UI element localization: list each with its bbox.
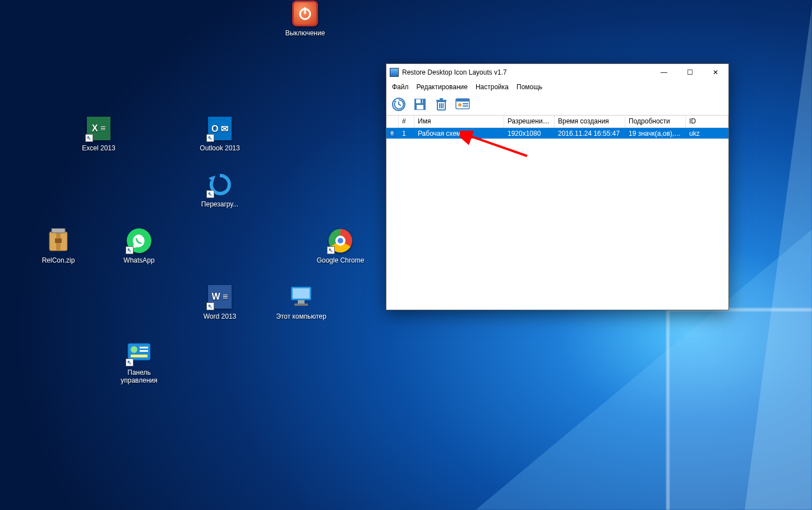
menubar: Файл Редактирование Настройка Помощь <box>386 81 728 93</box>
desktop-icon-label: WhatsApp <box>114 256 164 264</box>
row-created: 2016.11.24 16:55:47 <box>555 128 625 139</box>
menu-help[interactable]: Помощь <box>516 83 542 91</box>
svg-rect-7 <box>293 288 310 298</box>
desktop-icon-excel[interactable]: X ≡ Excel 2013 <box>73 115 124 152</box>
desktop-icon-label: Перезагру... <box>195 200 245 208</box>
svg-rect-9 <box>294 304 308 306</box>
svg-rect-29 <box>463 103 468 104</box>
maximize-button[interactable]: ☐ <box>677 64 703 81</box>
save-icon <box>413 98 427 111</box>
minimize-button[interactable]: — <box>651 64 677 81</box>
about-icon <box>455 98 470 111</box>
svg-rect-27 <box>456 99 469 102</box>
svg-rect-1 <box>304 7 306 14</box>
relcon-icon <box>45 227 72 254</box>
svg-rect-21 <box>436 100 446 102</box>
app-icon <box>390 68 399 77</box>
svg-rect-5 <box>52 228 65 233</box>
desktop-icon-label: Панель управления <box>114 369 164 384</box>
delete-icon <box>435 98 448 111</box>
row-name: Рабочая схема <box>414 128 504 139</box>
column-resolution[interactable]: Разрешение ... <box>504 116 555 127</box>
desktop-icon-label: Word 2013 <box>195 313 245 320</box>
column-created[interactable]: Время создания <box>555 116 625 127</box>
svg-rect-18 <box>421 99 422 103</box>
toolbar-delete[interactable] <box>432 95 450 113</box>
desktop-icon-thispc[interactable]: Этот компьютер <box>276 283 326 320</box>
desktop-icon-label: RelCon.zip <box>33 256 84 264</box>
restart-icon <box>206 171 233 198</box>
toolbar-restore[interactable] <box>390 95 408 113</box>
window-title: Restore Desktop Icon Layouts v1.7 <box>402 68 507 76</box>
toolbar-about[interactable] <box>454 95 472 113</box>
desktop-icon-relcon[interactable]: RelCon.zip <box>33 227 84 264</box>
cpanel-icon <box>126 339 153 366</box>
svg-point-11 <box>131 346 137 353</box>
toolbar-save[interactable] <box>411 95 429 113</box>
list-body[interactable]: 1 Рабочая схема 1920x1080 2016.11.24 16:… <box>386 128 728 310</box>
menu-file[interactable]: Файл <box>392 83 409 91</box>
whatsapp-icon <box>126 227 153 254</box>
desktop-icon-chrome[interactable]: Google Chrome <box>315 227 366 264</box>
svg-rect-4 <box>55 238 62 243</box>
restore-icon <box>391 97 406 112</box>
active-dot-icon <box>390 130 395 137</box>
desktop-icon-word[interactable]: W ≡ Word 2013 <box>195 283 245 320</box>
row-details: 19 значк(а,ов), help <box>625 128 686 139</box>
excel-icon: X ≡ <box>85 115 112 142</box>
table-row[interactable]: 1 Рабочая схема 1920x1080 2016.11.24 16:… <box>386 128 728 139</box>
svg-rect-12 <box>140 347 148 348</box>
desktop-icon-cpanel[interactable]: Панель управления <box>114 339 164 384</box>
list-header: # Имя Разрешение ... Время создания Подр… <box>386 116 728 128</box>
shutdown-icon <box>292 0 319 27</box>
desktop-icon-label: Выключение <box>280 29 330 37</box>
svg-rect-19 <box>417 105 423 109</box>
app-window: Restore Desktop Icon Layouts v1.7 — ☐ ✕ … <box>386 63 729 310</box>
svg-rect-14 <box>131 355 147 357</box>
menu-config[interactable]: Настройка <box>476 83 509 91</box>
desktop-icon-outlook[interactable]: O ✉ Outlook 2013 <box>195 115 245 152</box>
svg-rect-13 <box>140 350 148 352</box>
row-resolution: 1920x1080 <box>504 128 555 139</box>
column-id[interactable]: ID <box>686 116 728 127</box>
row-number: 1 <box>399 128 414 139</box>
toolbar <box>386 93 728 116</box>
svg-rect-22 <box>440 98 443 100</box>
desktop-icon-restart[interactable]: Перезагру... <box>195 171 245 208</box>
chrome-icon <box>327 227 354 254</box>
word-icon: W ≡ <box>206 283 233 310</box>
desktop-icon-label: Outlook 2013 <box>195 144 245 152</box>
desktop-icon-shutdown[interactable]: Выключение <box>280 0 330 37</box>
outlook-icon: O ✉ <box>206 115 233 142</box>
svg-rect-30 <box>463 105 468 107</box>
column-marker[interactable] <box>386 116 399 127</box>
titlebar[interactable]: Restore Desktop Icon Layouts v1.7 — ☐ ✕ <box>386 64 728 81</box>
svg-rect-8 <box>298 300 304 304</box>
desktop-icon-whatsapp[interactable]: WhatsApp <box>114 227 164 264</box>
desktop-icon-label: Этот компьютер <box>276 313 326 320</box>
column-name[interactable]: Имя <box>414 116 504 127</box>
svg-point-28 <box>458 103 462 107</box>
thispc-icon <box>288 283 315 310</box>
desktop-icon-label: Google Chrome <box>315 256 366 264</box>
row-id: ukz <box>686 128 728 139</box>
desktop-icon-label: Excel 2013 <box>73 144 124 152</box>
column-number[interactable]: # <box>399 116 414 127</box>
row-active-marker <box>386 128 399 139</box>
close-button[interactable]: ✕ <box>703 64 728 81</box>
column-details[interactable]: Подробности <box>625 116 686 127</box>
menu-edit[interactable]: Редактирование <box>417 83 468 91</box>
